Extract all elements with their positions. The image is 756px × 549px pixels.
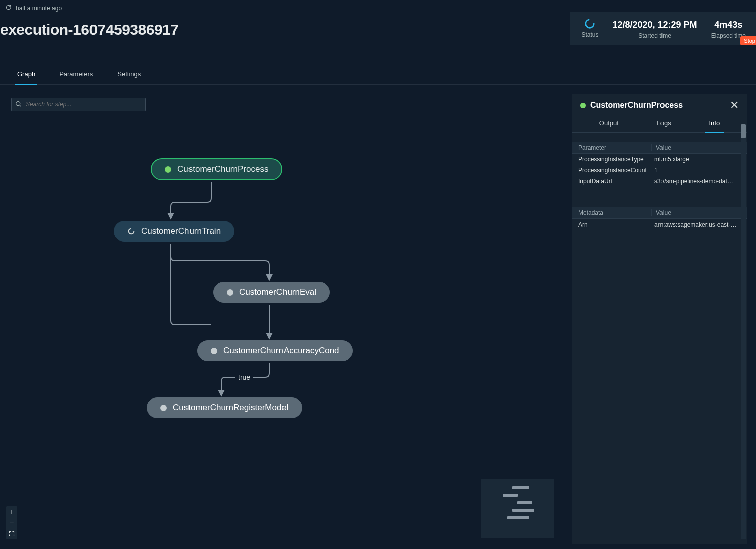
node-customerchurnregistermodel[interactable]: CustomerChurnRegisterModel	[147, 397, 302, 418]
details-title-text: CustomerChurnProcess	[590, 101, 683, 110]
tab-info[interactable]: Info	[705, 117, 724, 133]
metadata-table: Metadata Value Arn arn:aws:sagemaker:us-…	[572, 207, 747, 230]
svg-point-2	[129, 229, 134, 234]
node-label: CustomerChurnAccuracyCond	[223, 346, 339, 356]
status-label: Status	[581, 31, 598, 38]
refresh-icon[interactable]	[5, 4, 12, 12]
tab-graph[interactable]: Graph	[15, 65, 37, 85]
zoom-controls: + −	[6, 506, 17, 539]
status-card: Status 12/8/2020, 12:29 PM Started time …	[570, 12, 756, 45]
node-label: CustomerChurnProcess	[177, 164, 268, 174]
started-time-label: Started time	[638, 32, 671, 39]
status-dot-icon	[160, 405, 167, 411]
parameter-table: Parameter Value ProcessingInstanceType m…	[572, 142, 747, 187]
status-dot-icon	[211, 348, 217, 354]
svg-point-0	[586, 20, 594, 28]
started-time-value: 12/8/2020, 12:29 PM	[613, 18, 697, 31]
status-dot-icon	[227, 289, 233, 296]
status-spinner-icon	[584, 18, 595, 29]
last-refresh-text: half a minute ago	[16, 5, 62, 12]
primary-tabs: Graph Parameters Settings	[0, 65, 756, 85]
table-row: InputDataUrl s3://sm-pipelines-demo-dat…	[572, 176, 747, 187]
scrollbar-thumb[interactable]	[741, 124, 746, 138]
table-row: Arn arn:aws:sagemaker:us-east-…	[572, 219, 747, 230]
stop-button[interactable]: Stop	[740, 36, 756, 45]
details-panel: CustomerChurnProcess ✕ Output Logs Info …	[572, 94, 747, 544]
node-label: CustomerChurnRegisterModel	[173, 403, 289, 413]
node-label: CustomerChurnTrain	[141, 226, 221, 236]
node-customerchurneval[interactable]: CustomerChurnEval	[213, 282, 330, 303]
details-tabs: Output Logs Info	[572, 112, 747, 133]
tab-settings[interactable]: Settings	[115, 65, 143, 84]
edge-label-true: true	[235, 373, 253, 381]
scrollbar-track[interactable]	[741, 124, 746, 539]
col-value: Value	[651, 144, 741, 151]
graph-canvas[interactable]: CustomerChurnProcess CustomerChurnTrain …	[0, 94, 563, 544]
col-value: Value	[651, 209, 741, 216]
tab-parameters[interactable]: Parameters	[57, 65, 95, 84]
node-label: CustomerChurnEval	[239, 287, 316, 297]
table-row: ProcessingInstanceType ml.m5.xlarge	[572, 154, 747, 165]
tab-logs[interactable]: Logs	[653, 117, 675, 132]
elapsed-time-value: 4m43s	[714, 18, 742, 31]
col-metadata: Metadata	[578, 209, 654, 216]
tab-output[interactable]: Output	[595, 117, 623, 132]
table-row: ProcessingInstanceCount 1	[572, 165, 747, 176]
col-parameter: Parameter	[578, 144, 654, 151]
status-spinner-icon	[127, 227, 135, 235]
node-customerchurnaccuracycond[interactable]: CustomerChurnAccuracyCond	[197, 340, 353, 361]
zoom-in-button[interactable]: +	[6, 506, 17, 517]
status-dot-icon	[580, 103, 586, 108]
minimap[interactable]	[481, 479, 554, 538]
node-customerchurntrain[interactable]: CustomerChurnTrain	[114, 221, 234, 242]
zoom-out-button[interactable]: −	[6, 517, 17, 528]
fullscreen-button[interactable]	[6, 528, 17, 539]
close-icon[interactable]: ✕	[730, 101, 739, 109]
node-customerchurnprocess[interactable]: CustomerChurnProcess	[151, 158, 282, 180]
status-dot-icon	[165, 166, 171, 173]
